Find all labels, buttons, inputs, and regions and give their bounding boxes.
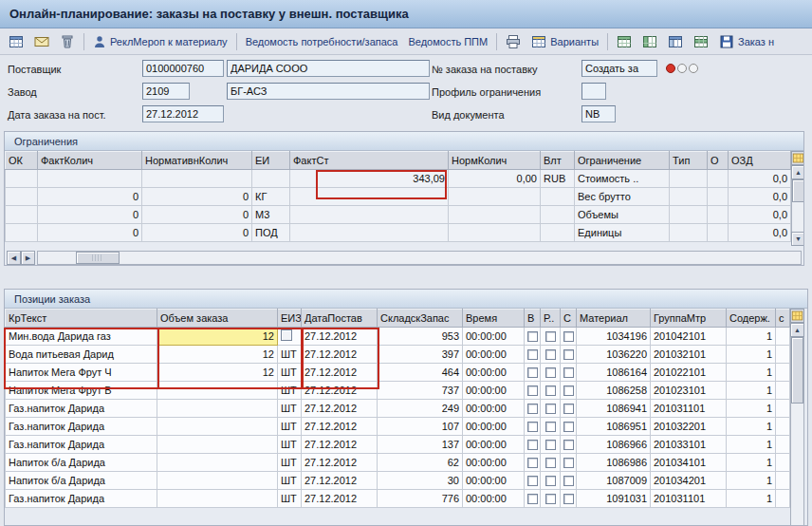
column-header[interactable]: ЕИ (252, 152, 290, 170)
cell[interactable] (541, 436, 561, 454)
checkbox[interactable] (545, 367, 556, 378)
save-order-button[interactable]: Заказ н (714, 31, 779, 52)
cell[interactable]: 201034101 (651, 454, 727, 472)
scroll-up-button[interactable]: ▲ (790, 323, 804, 337)
view-layout-2-button[interactable] (637, 31, 662, 52)
plant-code-input[interactable] (142, 83, 190, 100)
cell[interactable]: Газ.напиток Дарида (6, 400, 157, 418)
cell[interactable]: 953 (378, 328, 463, 346)
cell[interactable]: 00:00:00 (463, 436, 525, 454)
cell[interactable] (6, 206, 38, 224)
cell[interactable] (541, 472, 561, 490)
cell[interactable]: 137 (378, 436, 463, 454)
cell[interactable]: 0 (142, 206, 252, 224)
cell[interactable] (776, 472, 790, 490)
checkbox[interactable] (545, 349, 556, 360)
cell[interactable] (708, 170, 729, 188)
cell[interactable]: 737 (378, 382, 463, 400)
cell[interactable] (541, 382, 561, 400)
cell[interactable] (561, 400, 577, 418)
cell[interactable]: 201042101 (651, 328, 727, 346)
cell[interactable] (449, 206, 541, 224)
cell[interactable]: 00:00:00 (463, 346, 525, 364)
cell[interactable]: 1086951 (577, 418, 651, 436)
cell[interactable] (157, 418, 278, 436)
cell[interactable]: 00:00:00 (463, 328, 525, 346)
cell[interactable] (157, 382, 278, 400)
cell[interactable]: 1 (727, 472, 776, 490)
checkbox[interactable] (563, 476, 574, 486)
cell[interactable] (6, 224, 38, 242)
column-header[interactable]: Ограничение (575, 152, 670, 170)
table-row[interactable]: 00М3Объемы0,0 (6, 206, 791, 224)
cell[interactable] (525, 436, 541, 454)
column-header[interactable]: Тип (670, 152, 708, 170)
restrictions-horizontal-scrollbar[interactable]: ◀ ▶ (7, 251, 802, 265)
plant-name-input[interactable] (227, 83, 430, 100)
cell[interactable] (708, 188, 729, 206)
cell[interactable]: 00:00:00 (463, 472, 525, 490)
checkbox[interactable] (545, 440, 556, 450)
cell[interactable]: 00:00:00 (463, 382, 525, 400)
checkbox[interactable] (545, 422, 556, 432)
cell[interactable]: ШТ (278, 418, 302, 436)
cell[interactable]: Вес брутто (575, 188, 670, 206)
checkbox[interactable] (527, 385, 538, 396)
cell[interactable]: ПОД (252, 224, 290, 242)
view-layout-1-button[interactable] (612, 31, 637, 52)
cell[interactable] (449, 188, 541, 206)
scrollbar-track[interactable] (791, 179, 804, 232)
cell[interactable]: 249 (378, 400, 463, 418)
checkbox[interactable] (563, 404, 574, 414)
cell[interactable]: ШТ (278, 346, 302, 364)
restrictions-vertical-scrollbar[interactable]: ▲ ▼ (791, 151, 804, 246)
checkbox[interactable] (545, 404, 556, 414)
cell[interactable]: 00:00:00 (463, 490, 525, 508)
cell[interactable] (561, 436, 577, 454)
cell[interactable]: 1 (727, 454, 776, 472)
scrollbar-thumb[interactable] (76, 252, 120, 264)
cell[interactable] (252, 170, 290, 188)
cell[interactable]: 0,0 (729, 206, 791, 224)
cell[interactable] (561, 364, 577, 382)
cell[interactable]: Вода питьевая Дарид (6, 346, 157, 364)
cell[interactable] (561, 346, 577, 364)
cell[interactable]: ШТ (278, 472, 302, 490)
cell[interactable] (6, 170, 38, 188)
cell[interactable]: 1 (727, 346, 776, 364)
cell[interactable] (561, 418, 577, 436)
cell[interactable] (525, 454, 541, 472)
cell[interactable] (561, 328, 577, 346)
cell[interactable]: 1 (727, 364, 776, 382)
cell[interactable]: 776 (378, 490, 463, 508)
cell[interactable] (561, 454, 577, 472)
supplier-name-input[interactable] (227, 60, 430, 77)
cell[interactable]: 1086258 (577, 382, 651, 400)
table-row[interactable]: 343,090,00RUBСтоимость ..0,0 (6, 170, 791, 188)
cell[interactable]: 0 (142, 224, 252, 242)
cell[interactable]: 12 (157, 364, 278, 382)
mail-button[interactable] (29, 31, 54, 52)
checkbox[interactable] (527, 440, 538, 450)
cell[interactable]: 201032101 (651, 346, 727, 364)
table-row[interactable]: 00КГВес брутто0,0 (6, 188, 791, 206)
cell[interactable]: 00:00:00 (463, 454, 525, 472)
checkbox[interactable] (527, 494, 538, 504)
cell[interactable]: 62 (378, 454, 463, 472)
cell[interactable] (670, 224, 708, 242)
cell[interactable] (541, 328, 561, 346)
cell[interactable] (525, 400, 541, 418)
cell[interactable]: Объемы (575, 206, 670, 224)
checkbox[interactable] (545, 331, 556, 342)
column-header[interactable]: СкладскЗапас (378, 310, 463, 328)
cell[interactable]: Напиток б/а Дарида (6, 454, 157, 472)
cell[interactable]: 1 (727, 328, 776, 346)
cell[interactable] (525, 382, 541, 400)
cell[interactable]: Напиток Мега Фрут В (6, 382, 157, 400)
column-header[interactable]: С (561, 310, 577, 328)
view-layout-3-button[interactable] (663, 31, 688, 52)
cell[interactable]: Единицы (575, 224, 670, 242)
cell[interactable] (541, 206, 575, 224)
column-header[interactable]: ДатаПостав (302, 310, 378, 328)
cell[interactable] (776, 436, 790, 454)
